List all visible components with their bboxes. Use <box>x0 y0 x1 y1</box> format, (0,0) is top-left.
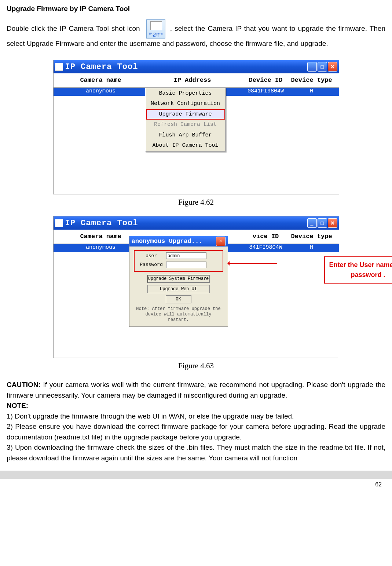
intro-paragraph: Double click the IP Camera Tool shot ico… <box>7 19 385 49</box>
page-number: 62 <box>7 479 385 493</box>
caution-text: If your camera works well with the curre… <box>7 381 385 399</box>
row-type: H <box>290 244 334 252</box>
ip-camera-tool-window: IP Camera Tool _ □ ✕ Camera name IP Addr… <box>53 60 339 194</box>
window-body: anonymous Http:// 0841FI9804W H Basic Pr… <box>54 88 339 194</box>
minimize-button[interactable]: _ <box>307 218 317 228</box>
col-device-id: Device ID <box>242 76 290 85</box>
credentials-box: User Password <box>134 250 223 272</box>
caution-label: CAUTION: <box>7 381 41 388</box>
ok-button[interactable]: OK <box>166 295 191 303</box>
note-2: 2) Please ensure you have download the c… <box>7 421 385 442</box>
close-button[interactable]: ✕ <box>328 62 337 72</box>
maximize-button[interactable]: □ <box>318 218 327 228</box>
minimize-button[interactable]: _ <box>307 62 317 72</box>
upgrade-system-firmware-button[interactable]: Upgrade System Firmware <box>147 275 210 283</box>
figure-caption: Figure 4.63 <box>7 360 385 372</box>
window-buttons: _ □ ✕ <box>307 62 337 72</box>
window-title: IP Camera Tool <box>65 217 138 229</box>
menu-network-config[interactable]: Network Configuration <box>146 99 225 109</box>
password-label: Password <box>137 261 166 269</box>
footer-bar <box>0 471 392 479</box>
context-menu: Basic Properties Network Configuration U… <box>145 88 226 152</box>
dialog-close-button[interactable]: ✕ <box>216 237 226 246</box>
figure-4-62: IP Camera Tool _ □ ✕ Camera name IP Addr… <box>7 60 385 208</box>
user-input[interactable] <box>166 252 206 259</box>
ip-camera-tool-icon <box>146 19 165 39</box>
dialog-title-text: anonymous Upgrad... <box>132 237 203 246</box>
callout-box: Enter the User name and password . <box>324 256 392 284</box>
caution-paragraph: CAUTION: If your camera works well with … <box>7 380 385 401</box>
menu-basic-properties[interactable]: Basic Properties <box>146 88 225 99</box>
col-device-type: Device type <box>290 76 334 85</box>
dialog-title: anonymous Upgrad... ✕ <box>129 236 228 247</box>
row-name: anonymous <box>59 87 143 96</box>
intro-text-before: Double click the IP Camera Tool shot ico… <box>7 25 143 32</box>
dialog-body: User Password Upgrade System Firmware Up… <box>129 247 228 326</box>
row-id: 841FI9804W <box>242 244 290 252</box>
user-label: User <box>137 252 166 260</box>
maximize-button[interactable]: □ <box>318 62 327 72</box>
window-body: anonymous 841FI9804W H anonymous Upgrad.… <box>54 244 339 358</box>
app-icon <box>55 63 63 71</box>
ip-camera-tool-window-2: IP Camera Tool _ □ ✕ Camera name vice ID… <box>53 216 339 358</box>
window-buttons: _ □ ✕ <box>307 218 337 228</box>
row-type: H <box>290 87 334 96</box>
note-1: 1) Don't upgrade the firmware through th… <box>7 411 385 422</box>
menu-flush-arp[interactable]: Flush Arp Buffer <box>146 130 225 141</box>
upgrade-web-ui-button[interactable]: Upgrade Web UI <box>147 285 210 293</box>
window-titlebar: IP Camera Tool _ □ ✕ <box>54 60 339 73</box>
window-titlebar: IP Camera Tool _ □ ✕ <box>54 216 339 230</box>
app-icon <box>55 219 63 227</box>
close-button[interactable]: ✕ <box>328 218 337 228</box>
note-3: 3) Upon downloading the firmware check t… <box>7 442 385 463</box>
password-input[interactable] <box>166 262 206 268</box>
figure-caption: Figure 4.62 <box>7 197 385 208</box>
col-device-type: Device type <box>290 232 334 241</box>
col-ip-address: IP Address <box>143 76 242 85</box>
menu-upgrade-firmware[interactable]: Upgrade Firmware <box>146 109 225 120</box>
callout-arrow <box>228 263 277 264</box>
col-camera-name: Camera name <box>59 76 143 85</box>
row-id: 0841FI9804W <box>242 87 290 96</box>
note-label: NOTE: <box>7 401 385 411</box>
section-heading: Upgrade Firmware by IP Camera Tool <box>7 4 385 14</box>
col-device-id: vice ID <box>242 232 290 241</box>
upgrade-dialog: anonymous Upgrad... ✕ User Password <box>129 236 228 327</box>
menu-refresh-list[interactable]: Refresh Camera List <box>146 120 225 130</box>
menu-about[interactable]: About IP Camera Tool <box>146 140 225 151</box>
column-headers: Camera name IP Address Device ID Device … <box>54 73 339 88</box>
dialog-note: Note: After firmware upgrade the device … <box>134 306 223 323</box>
figure-4-63: IP Camera Tool _ □ ✕ Camera name vice ID… <box>7 216 385 372</box>
window-title: IP Camera Tool <box>65 61 138 73</box>
